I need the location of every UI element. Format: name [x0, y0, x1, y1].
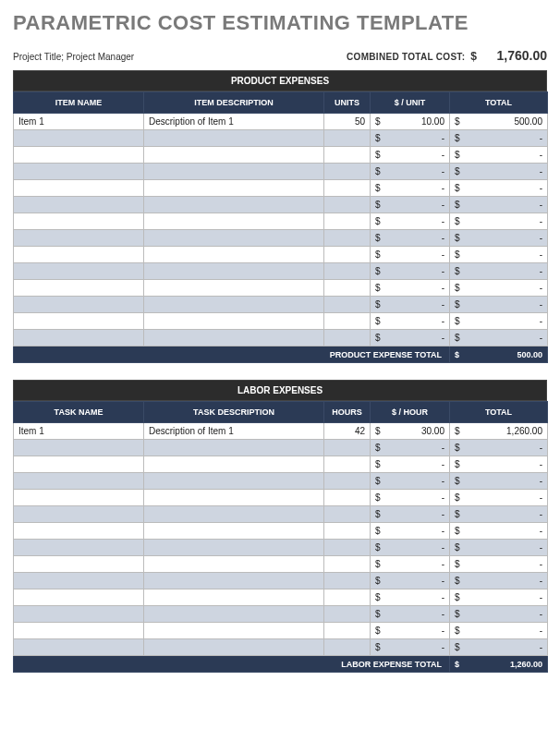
cell-desc[interactable] [144, 506, 324, 523]
cell-rate[interactable]: $- [371, 247, 450, 263]
cell-units[interactable] [324, 180, 371, 197]
cell-units[interactable] [324, 330, 371, 346]
cell-units[interactable] [324, 197, 371, 213]
cell-units[interactable] [324, 589, 371, 606]
cell-rate[interactable]: $- [371, 440, 450, 456]
cell-desc[interactable] [144, 280, 324, 297]
cell-desc[interactable] [144, 589, 324, 606]
cell-name[interactable] [14, 639, 144, 656]
cell-name[interactable] [14, 197, 144, 213]
cell-name[interactable] [14, 247, 144, 263]
cell-units[interactable] [324, 313, 371, 330]
cell-units[interactable] [324, 213, 371, 230]
cell-name[interactable] [14, 490, 144, 506]
cell-desc[interactable] [144, 230, 324, 247]
cell-desc[interactable] [144, 164, 324, 180]
cell-desc[interactable] [144, 540, 324, 556]
cell-desc[interactable] [144, 490, 324, 506]
cell-rate[interactable]: $30.00 [371, 423, 450, 440]
cell-desc[interactable] [144, 456, 324, 473]
cell-name[interactable] [14, 213, 144, 230]
cell-name[interactable] [14, 589, 144, 606]
cell-rate[interactable]: $- [371, 213, 450, 230]
cell-rate[interactable]: $- [371, 639, 450, 656]
cell-name[interactable] [14, 523, 144, 540]
cell-name[interactable] [14, 313, 144, 330]
cell-desc[interactable] [144, 180, 324, 197]
cell-rate[interactable]: $- [371, 280, 450, 297]
cell-desc[interactable]: Description of Item 1 [144, 423, 324, 440]
cell-desc[interactable] [144, 606, 324, 623]
cell-rate[interactable]: $- [371, 556, 450, 573]
cell-name[interactable] [14, 230, 144, 247]
cell-desc[interactable] [144, 639, 324, 656]
cell-rate[interactable]: $- [371, 573, 450, 589]
cell-units[interactable] [324, 247, 371, 263]
cell-name[interactable] [14, 573, 144, 589]
cell-name[interactable]: Item 1 [14, 114, 144, 130]
cell-name[interactable] [14, 280, 144, 297]
cell-units[interactable]: 50 [324, 114, 371, 130]
cell-rate[interactable]: $- [371, 456, 450, 473]
cell-desc[interactable] [144, 330, 324, 346]
cell-name[interactable] [14, 473, 144, 490]
cell-name[interactable] [14, 556, 144, 573]
cell-units[interactable] [324, 473, 371, 490]
cell-name[interactable] [14, 164, 144, 180]
cell-name[interactable] [14, 330, 144, 346]
cell-rate[interactable]: $- [371, 589, 450, 606]
cell-rate[interactable]: $- [371, 197, 450, 213]
cell-rate[interactable]: $- [371, 606, 450, 623]
cell-units[interactable] [324, 523, 371, 540]
cell-rate[interactable]: $- [371, 164, 450, 180]
cell-desc[interactable] [144, 623, 324, 639]
cell-desc[interactable] [144, 130, 324, 147]
cell-units[interactable] [324, 606, 371, 623]
cell-desc[interactable] [144, 313, 324, 330]
cell-rate[interactable]: $- [371, 523, 450, 540]
cell-rate[interactable]: $- [371, 490, 450, 506]
cell-name[interactable] [14, 180, 144, 197]
cell-name[interactable] [14, 297, 144, 313]
cell-name[interactable] [14, 130, 144, 147]
cell-desc[interactable] [144, 263, 324, 280]
cell-units[interactable] [324, 147, 371, 164]
cell-units[interactable] [324, 540, 371, 556]
cell-units[interactable] [324, 280, 371, 297]
cell-units[interactable] [324, 297, 371, 313]
cell-units[interactable] [324, 506, 371, 523]
cell-rate[interactable]: $- [371, 623, 450, 639]
cell-desc[interactable]: Description of Item 1 [144, 114, 324, 130]
cell-name[interactable] [14, 263, 144, 280]
cell-units[interactable] [324, 573, 371, 589]
cell-name[interactable] [14, 147, 144, 164]
cell-desc[interactable] [144, 440, 324, 456]
cell-rate[interactable]: $- [371, 297, 450, 313]
cell-desc[interactable] [144, 197, 324, 213]
cell-name[interactable] [14, 506, 144, 523]
cell-name[interactable] [14, 623, 144, 639]
cell-rate[interactable]: $10.00 [371, 114, 450, 130]
cell-name[interactable] [14, 456, 144, 473]
cell-desc[interactable] [144, 147, 324, 164]
cell-units[interactable] [324, 639, 371, 656]
cell-units[interactable] [324, 490, 371, 506]
cell-desc[interactable] [144, 247, 324, 263]
cell-units[interactable] [324, 130, 371, 147]
cell-name[interactable] [14, 440, 144, 456]
cell-units[interactable] [324, 456, 371, 473]
cell-desc[interactable] [144, 473, 324, 490]
cell-desc[interactable] [144, 573, 324, 589]
cell-rate[interactable]: $- [371, 230, 450, 247]
cell-rate[interactable]: $- [371, 180, 450, 197]
cell-units[interactable] [324, 230, 371, 247]
cell-units[interactable] [324, 440, 371, 456]
cell-desc[interactable] [144, 556, 324, 573]
cell-units[interactable]: 42 [324, 423, 371, 440]
cell-rate[interactable]: $- [371, 473, 450, 490]
cell-rate[interactable]: $- [371, 540, 450, 556]
cell-desc[interactable] [144, 297, 324, 313]
cell-units[interactable] [324, 263, 371, 280]
cell-desc[interactable] [144, 523, 324, 540]
cell-units[interactable] [324, 623, 371, 639]
